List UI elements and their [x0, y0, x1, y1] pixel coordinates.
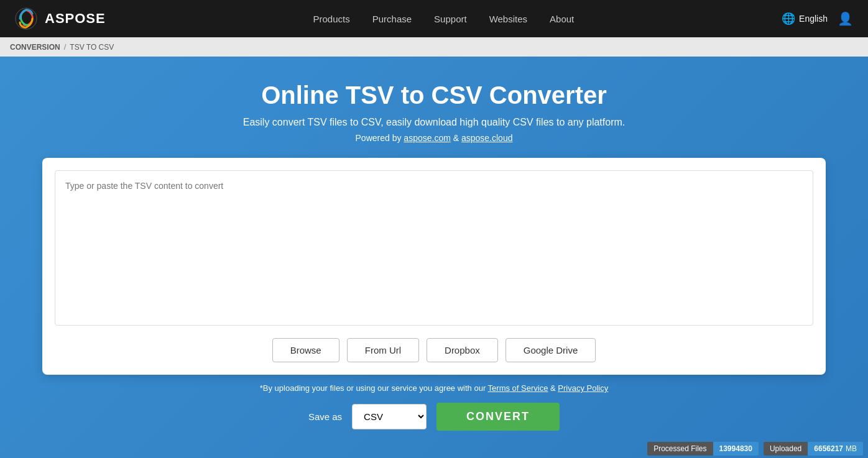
uploaded-value: 6656217	[814, 444, 843, 453]
page-title: Online TSV to CSV Converter	[261, 81, 607, 109]
uploaded-unit: MB	[846, 444, 857, 453]
nav-websites[interactable]: Websites	[489, 14, 527, 24]
save-as-label: Save as	[308, 411, 342, 422]
language-label: English	[799, 14, 828, 24]
processed-files-value-box: 13994830	[713, 442, 759, 456]
processed-files-label-box: Processed Files	[647, 442, 713, 456]
aspose-cloud-link[interactable]: aspose.cloud	[461, 133, 513, 143]
tsv-input-textarea[interactable]	[55, 170, 813, 326]
page-subtitle: Easily convert TSV files to CSV, easily …	[243, 117, 626, 128]
user-icon[interactable]: 👤	[838, 11, 853, 26]
dropbox-button[interactable]: Dropbox	[427, 338, 498, 362]
footer-stats: Processed Files 13994830 Uploaded 665621…	[637, 439, 868, 458]
logo-text: ASPOSE	[45, 11, 106, 27]
uploaded-label: Uploaded	[770, 444, 801, 453]
main-content: Online TSV to CSV Converter Easily conve…	[0, 57, 868, 458]
nav-products[interactable]: Products	[313, 14, 350, 24]
save-as-row: Save as CSV XLSX XLS ODS TSV JSON CONVER…	[308, 403, 560, 431]
main-nav: Products Purchase Support Websites About	[313, 14, 575, 24]
file-buttons-row: Browse From Url Dropbox Google Drive	[55, 338, 813, 362]
format-select[interactable]: CSV XLSX XLS ODS TSV JSON	[352, 404, 427, 429]
breadcrumb-separator: /	[64, 42, 67, 52]
uploaded-value-box: 6656217 MB	[808, 442, 863, 456]
uploaded-stat: Uploaded 6656217 MB	[764, 442, 863, 456]
logo-area: ASPOSE	[15, 7, 106, 30]
header: ASPOSE Products Purchase Support Website…	[0, 0, 868, 37]
globe-icon: 🌐	[782, 12, 795, 25]
google-drive-button[interactable]: Google Drive	[506, 338, 596, 362]
nav-support[interactable]: Support	[434, 14, 467, 24]
from-url-button[interactable]: From Url	[347, 338, 419, 362]
breadcrumb-current-page: TSV TO CSV	[70, 43, 114, 52]
powered-by: Powered by aspose.com & aspose.cloud	[356, 133, 513, 143]
terms-text: *By uploading your files or using our se…	[260, 383, 609, 393]
aspose-logo-icon	[15, 7, 37, 30]
breadcrumb: CONVERSION / TSV TO CSV	[0, 37, 868, 57]
processed-files-label: Processed Files	[653, 444, 706, 453]
browse-button[interactable]: Browse	[272, 338, 339, 362]
nav-about[interactable]: About	[550, 14, 574, 24]
processed-files-stat: Processed Files 13994830	[647, 442, 759, 456]
terms-amp: &	[548, 383, 558, 393]
nav-purchase[interactable]: Purchase	[372, 14, 412, 24]
powered-by-amp: &	[451, 133, 461, 143]
aspose-com-link[interactable]: aspose.com	[404, 133, 450, 143]
convert-button[interactable]: CONVERT	[436, 403, 560, 431]
tos-link[interactable]: Terms of Service	[488, 383, 548, 393]
uploaded-label-box: Uploaded	[764, 442, 808, 456]
processed-files-value: 13994830	[719, 444, 752, 453]
terms-prefix: *By uploading your files or using our se…	[260, 383, 488, 393]
header-right: 🌐 English 👤	[782, 11, 853, 26]
converter-box: Browse From Url Dropbox Google Drive	[42, 158, 826, 375]
language-selector[interactable]: 🌐 English	[782, 12, 828, 25]
powered-by-prefix: Powered by	[356, 133, 404, 143]
privacy-link[interactable]: Privacy Policy	[558, 383, 608, 393]
breadcrumb-conversion[interactable]: CONVERSION	[10, 43, 60, 52]
